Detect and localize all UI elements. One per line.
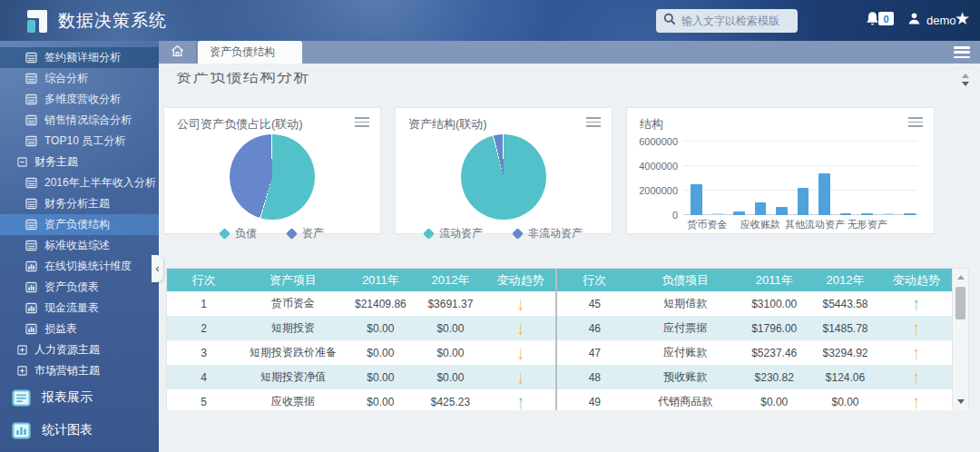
- legend-item[interactable]: 负债: [220, 226, 257, 241]
- sidebar-item-entry[interactable]: 多维度营收分析: [0, 89, 159, 110]
- table-cell: 1: [167, 291, 240, 316]
- column-header[interactable]: 负债项目: [632, 269, 739, 291]
- sidebar-item-entry[interactable]: 现金流量表: [0, 298, 159, 319]
- star-icon[interactable]: ★: [955, 8, 970, 29]
- sidebar-item-entry[interactable]: 财务主题: [0, 152, 159, 172]
- pie-chart-asset-structure[interactable]: [461, 134, 546, 220]
- bar[interactable]: [883, 213, 895, 215]
- table-row[interactable]: 46应付票据$1796.00$1485.78↑: [557, 316, 952, 340]
- scroll-up-icon[interactable]: [957, 275, 965, 280]
- table-cell: $230.82: [739, 365, 809, 389]
- table-scrollbar[interactable]: [952, 269, 968, 410]
- report-icon: [25, 114, 37, 126]
- bar[interactable]: [712, 213, 724, 215]
- sidebar-item-entry[interactable]: 损益表: [0, 319, 159, 339]
- table-row[interactable]: 4短期投资净值$0.00$0.00↓: [167, 365, 555, 389]
- scroll-up-icon[interactable]: [962, 74, 969, 78]
- bar-chart-structure[interactable]: 0200000040000006000000货币资金应收账款其他流动资产无形资产: [640, 137, 921, 228]
- report-icon: [25, 198, 37, 210]
- table-row[interactable]: 49代销商品款$0.00$0.00↑: [557, 389, 952, 410]
- trend-down-icon: ↓: [517, 343, 524, 362]
- bar[interactable]: [776, 207, 788, 215]
- table-cell: 短期借款: [632, 291, 739, 316]
- table-row[interactable]: 1货币资金$21409.86$3691.37↓: [167, 291, 555, 316]
- panel-menu-icon[interactable]: [586, 117, 601, 127]
- panel-title: 结构: [640, 116, 663, 133]
- sidebar-item-entry[interactable]: 销售情况综合分析: [0, 110, 159, 131]
- bar[interactable]: [904, 213, 916, 215]
- sidebar-item-entry[interactable]: 人力资源主题: [0, 339, 159, 360]
- column-header[interactable]: 行次: [167, 269, 240, 291]
- menu-icon[interactable]: [954, 46, 970, 58]
- panel-asset-structure: 资产结构(联动) 流动资产非流动资产: [395, 107, 612, 234]
- bar[interactable]: 无形资产: [861, 213, 873, 215]
- scrollbar-thumb[interactable]: [956, 287, 965, 319]
- column-header[interactable]: 2012年: [416, 269, 485, 291]
- legend-item[interactable]: 资产: [288, 226, 324, 241]
- trend-cell: ↑: [881, 316, 952, 340]
- panel-menu-icon[interactable]: [355, 117, 369, 127]
- legend-item[interactable]: 非流动资产: [514, 226, 583, 241]
- user-menu[interactable]: demo: [907, 12, 956, 29]
- sidebar-item-section[interactable]: 报表展示: [0, 381, 159, 414]
- sidebar-item-label: 现金流量表: [44, 300, 99, 316]
- scroll-down-icon[interactable]: [962, 82, 969, 86]
- bar[interactable]: [733, 211, 745, 215]
- column-header[interactable]: 2011年: [346, 269, 416, 291]
- sidebar-item-entry[interactable]: 标准收益综述: [0, 235, 159, 256]
- sidebar-item-entry[interactable]: 综合分析: [0, 68, 159, 89]
- sidebar-item-entry[interactable]: TOP10 员工分析: [0, 131, 159, 152]
- sidebar-item-entry[interactable]: 财务分析主题: [0, 193, 159, 214]
- notification-button[interactable]: 0: [865, 11, 880, 31]
- table-cell: $5237.46: [739, 340, 809, 365]
- panel-menu-icon[interactable]: [908, 117, 923, 127]
- report-icon: [25, 177, 37, 189]
- sidebar-item-entry[interactable]: 市场营销主题: [0, 360, 159, 381]
- search-input[interactable]: [681, 15, 790, 27]
- legend-label: 资产: [302, 226, 324, 241]
- scroll-down-icon[interactable]: [957, 399, 965, 404]
- table-row[interactable]: 3短期投资跌价准备$0.00$0.00↓: [167, 340, 555, 365]
- table-row[interactable]: 47应付账款$5237.46$3294.92↑: [557, 340, 952, 365]
- table-row[interactable]: 45短期借款$3100.00$5443.58↑: [557, 291, 952, 316]
- table-cell: 应收票据: [240, 389, 346, 410]
- sidebar-item-entry[interactable]: 资产负债结构: [0, 214, 159, 235]
- bar[interactable]: 应收账款: [755, 202, 767, 215]
- table-cell: 应付账款: [632, 340, 739, 365]
- column-header[interactable]: 2011年: [739, 269, 809, 291]
- template-search[interactable]: [656, 9, 798, 33]
- bar[interactable]: 货币资金: [691, 184, 702, 215]
- chart-icon: [25, 281, 37, 293]
- sidebar-item-section[interactable]: 统计图表: [0, 414, 159, 447]
- bar[interactable]: [818, 173, 830, 215]
- column-header[interactable]: 行次: [557, 269, 632, 291]
- sidebar: 签约额详细分析综合分析多维度营收分析销售情况综合分析TOP10 员工分析财务主题…: [0, 41, 159, 452]
- column-header[interactable]: 2012年: [809, 269, 880, 291]
- sidebar-collapse-icon[interactable]: ‹: [152, 255, 163, 282]
- column-header[interactable]: 资产项目: [240, 269, 346, 291]
- table-cell: $5443.58: [809, 291, 880, 316]
- column-header[interactable]: 变动趋势: [485, 269, 555, 291]
- page-scroll-widget[interactable]: [959, 69, 972, 91]
- table-row[interactable]: 2短期投资$0.00$0.00↓: [167, 316, 555, 340]
- bar[interactable]: 其他流动资产: [798, 188, 809, 215]
- home-tab[interactable]: [159, 41, 197, 64]
- sidebar-item-entry[interactable]: 资产负债表: [0, 277, 159, 298]
- sidebar-item-entry[interactable]: 2016年上半年收入分析: [0, 172, 159, 193]
- table-cell: $1485.78: [809, 316, 880, 340]
- pie-chart-liability-ratio[interactable]: [230, 134, 315, 220]
- sidebar-item-entry[interactable]: 在线切换统计维度: [0, 256, 159, 277]
- table-cell: $3294.92: [809, 340, 880, 365]
- table-row[interactable]: 5应收票据$0.00$425.23↑: [167, 389, 555, 410]
- sidebar-item-label: 市场营销主题: [34, 363, 100, 378]
- bar[interactable]: [840, 213, 852, 215]
- sidebar-item-label: 2016年上半年收入分析: [44, 175, 156, 191]
- tab-active[interactable]: 资产负债结构: [198, 41, 302, 64]
- bar-series: 货币资金应收账款其他流动资产无形资产: [691, 137, 916, 215]
- table-row[interactable]: 48预收账款$230.82$124.06↑: [557, 365, 952, 389]
- table-header-row: 行次资产项目2011年2012年变动趋势: [167, 269, 555, 291]
- legend-item[interactable]: 流动资产: [425, 226, 483, 241]
- column-header[interactable]: 变动趋势: [881, 269, 952, 291]
- sidebar-item-entry[interactable]: 签约额详细分析: [0, 47, 159, 68]
- table-cell: $0.00: [346, 340, 416, 365]
